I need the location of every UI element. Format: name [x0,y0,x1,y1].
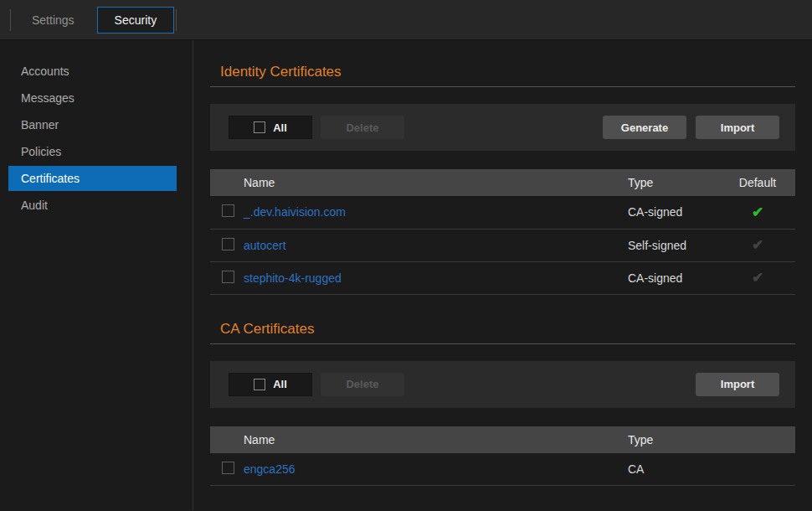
certificate-name-link[interactable]: stephito-4k-rugged [244,271,342,285]
not-default-check-icon[interactable]: ✔ [752,237,763,253]
certificate-name-link[interactable]: engca256 [244,462,296,476]
default-check-icon[interactable]: ✔ [752,204,763,220]
certificate-type: Self-signed [628,229,720,261]
table-row: engca256CA [210,453,795,486]
select-all-button[interactable]: All [229,116,312,139]
sidebar-item-audit[interactable]: Audit [0,192,193,219]
identity-certificates-table: Name Type Default _.dev.haivision.comCA-… [210,169,795,295]
ca-import-button[interactable]: Import [696,373,779,396]
certificate-name-link[interactable]: autocert [244,239,286,252]
ca-certificates-title: CA Certificates [210,295,795,344]
ca-toolbar: All Delete Import [210,361,795,408]
identity-toolbar: All Delete Generate Import [210,104,795,151]
import-button[interactable]: Import [696,116,779,139]
row-checkbox[interactable] [222,204,234,217]
checkbox-column-header [210,169,244,196]
identity-certificates-title: Identity Certificates [210,40,795,87]
sidebar-item-certificates[interactable]: Certificates [8,166,177,191]
certificate-type: CA [628,453,720,486]
sidebar-item-messages[interactable]: Messages [0,85,193,111]
sidebar-item-accounts[interactable]: Accounts [0,58,193,85]
select-all-checkbox[interactable] [254,121,265,133]
row-checkbox[interactable] [222,271,234,283]
ca-certificates-table: Name Type engca256CA [210,426,795,487]
checkbox-column-header [210,426,244,453]
tab-divider [176,9,177,31]
table-header-row: Name Type [210,426,795,453]
tab-settings[interactable]: Settings [18,7,89,34]
certificate-name-link[interactable]: _.dev.haivision.com [244,205,346,219]
empty-column-header [720,426,795,453]
ca-delete-button[interactable]: Delete [321,373,404,396]
sidebar-item-policies[interactable]: Policies [0,138,193,165]
name-column-header: Name [244,426,628,453]
certificate-type: CA-signed [628,261,720,294]
select-all-label: All [273,121,287,134]
certificate-type: CA-signed [628,196,720,229]
tab-divider [10,9,11,31]
ca-select-all-checkbox[interactable] [254,379,265,390]
default-column-header: Default [720,169,795,196]
not-default-check-icon[interactable]: ✔ [752,270,763,286]
tab-security[interactable]: Security [97,7,175,34]
sidebar-item-banner[interactable]: Banner [0,111,193,138]
ca-select-all-button[interactable]: All [229,373,312,396]
type-column-header: Type [628,426,720,453]
row-checkbox[interactable] [222,238,234,250]
delete-button[interactable]: Delete [321,116,404,139]
name-column-header: Name [244,169,628,196]
generate-button[interactable]: Generate [603,116,686,139]
ca-select-all-label: All [273,378,287,390]
table-row: autocertSelf-signed✔ [210,229,795,261]
type-column-header: Type [628,169,720,196]
topbar: Settings Security [0,0,812,40]
main-content: Identity Certificates All Delete Generat… [193,40,812,510]
table-row: _.dev.haivision.comCA-signed✔ [210,196,795,229]
row-checkbox[interactable] [222,462,234,474]
table-header-row: Name Type Default [210,169,795,196]
table-row: stephito-4k-ruggedCA-signed✔ [210,261,795,294]
sidebar: Accounts Messages Banner Policies Certif… [0,40,193,510]
